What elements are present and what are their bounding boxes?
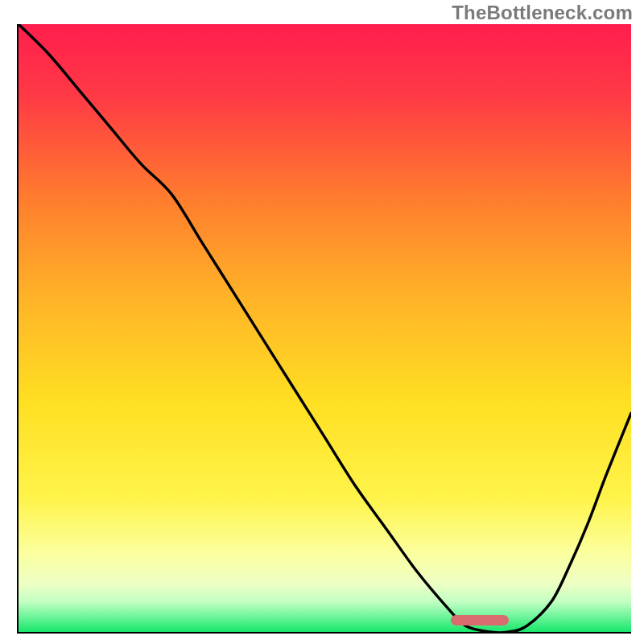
chart-stage: TheBottleneck.com — [0, 0, 644, 644]
watermark-text: TheBottleneck.com — [452, 2, 633, 24]
curve-svg — [19, 24, 631, 632]
plot-area — [19, 24, 631, 632]
optimal-range-marker — [451, 615, 509, 625]
plot-frame — [17, 24, 631, 634]
bottleneck-curve-path — [19, 24, 631, 632]
